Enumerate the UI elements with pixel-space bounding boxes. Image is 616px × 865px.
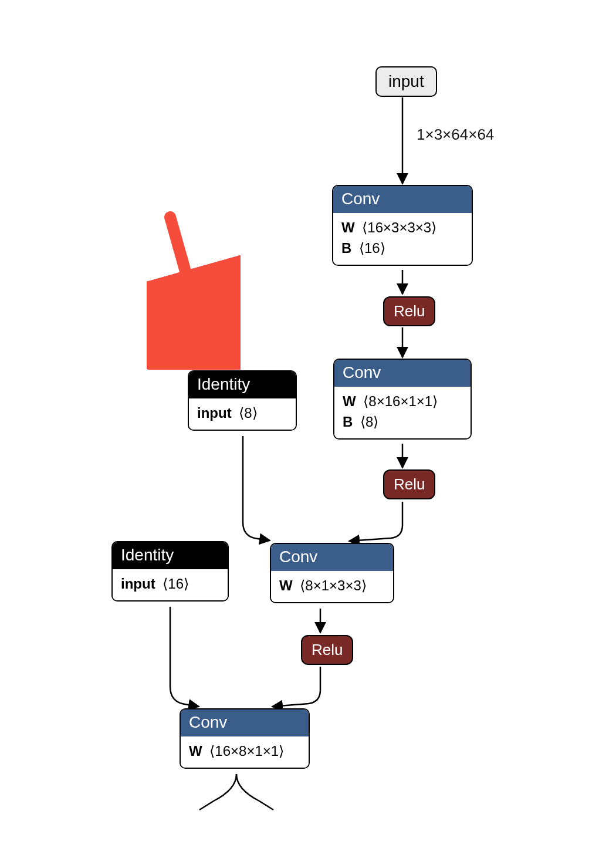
node-identity1-title: Identity bbox=[189, 371, 296, 398]
node-identity1[interactable]: Identity input ⟨8⟩ bbox=[188, 370, 297, 431]
node-relu1-label: Relu bbox=[394, 302, 425, 320]
node-input-label: input bbox=[388, 72, 424, 90]
node-identity1-row-input: input ⟨8⟩ bbox=[197, 403, 287, 424]
node-conv2-title: Conv bbox=[334, 360, 471, 387]
node-relu3-label: Relu bbox=[312, 641, 343, 658]
edge-identity1-conv3 bbox=[243, 436, 270, 540]
node-conv2-row-W: W ⟨8×16×1×1⟩ bbox=[343, 391, 462, 412]
edge-relu2-conv3 bbox=[349, 502, 402, 541]
svg-line-0 bbox=[170, 217, 202, 332]
edge-label-input-conv1: 1×3×64×64 bbox=[417, 126, 494, 144]
node-conv3-body: W ⟨8×1×3×3⟩ bbox=[271, 571, 393, 602]
node-relu2[interactable]: Relu bbox=[383, 469, 435, 499]
annotation-arrow-icon bbox=[147, 205, 241, 370]
node-identity1-body: input ⟨8⟩ bbox=[189, 398, 296, 430]
node-conv1-body: W ⟨16×3×3×3⟩ B ⟨16⟩ bbox=[333, 213, 472, 265]
node-conv3-row-W: W ⟨8×1×3×3⟩ bbox=[279, 576, 385, 596]
node-conv1-row-B: B ⟨16⟩ bbox=[341, 238, 463, 259]
node-conv2[interactable]: Conv W ⟨8×16×1×1⟩ B ⟨8⟩ bbox=[333, 359, 472, 440]
node-conv3-title: Conv bbox=[271, 544, 393, 571]
node-conv2-row-B: B ⟨8⟩ bbox=[343, 412, 462, 433]
node-conv3[interactable]: Conv W ⟨8×1×3×3⟩ bbox=[270, 543, 394, 603]
node-input[interactable]: input bbox=[375, 66, 437, 97]
edge-conv4-out-left bbox=[199, 774, 236, 810]
edge-identity2-conv4 bbox=[170, 607, 199, 707]
node-relu1[interactable]: Relu bbox=[383, 296, 435, 326]
node-conv4-body: W ⟨16×8×1×1⟩ bbox=[181, 736, 309, 768]
node-conv2-body: W ⟨8×16×1×1⟩ B ⟨8⟩ bbox=[334, 387, 471, 438]
node-conv1-title: Conv bbox=[333, 186, 472, 213]
diagram-canvas: 1×3×64×64 input Conv W ⟨16×3×3×3⟩ B ⟨16⟩… bbox=[0, 0, 616, 865]
node-identity2[interactable]: Identity input ⟨16⟩ bbox=[111, 541, 229, 602]
node-conv1[interactable]: Conv W ⟨16×3×3×3⟩ B ⟨16⟩ bbox=[332, 185, 473, 266]
edge-relu3-conv4 bbox=[272, 667, 320, 707]
node-conv4-row-W: W ⟨16×8×1×1⟩ bbox=[189, 741, 300, 762]
node-identity2-body: input ⟨16⟩ bbox=[113, 569, 228, 600]
node-relu3[interactable]: Relu bbox=[301, 635, 353, 665]
node-conv1-row-W: W ⟨16×3×3×3⟩ bbox=[341, 218, 463, 238]
node-relu2-label: Relu bbox=[394, 475, 425, 493]
edge-conv4-out-right bbox=[236, 774, 273, 810]
node-identity2-row-input: input ⟨16⟩ bbox=[121, 574, 219, 594]
node-conv4-title: Conv bbox=[181, 709, 309, 736]
node-conv4[interactable]: Conv W ⟨16×8×1×1⟩ bbox=[180, 708, 310, 769]
node-identity2-title: Identity bbox=[113, 542, 228, 569]
